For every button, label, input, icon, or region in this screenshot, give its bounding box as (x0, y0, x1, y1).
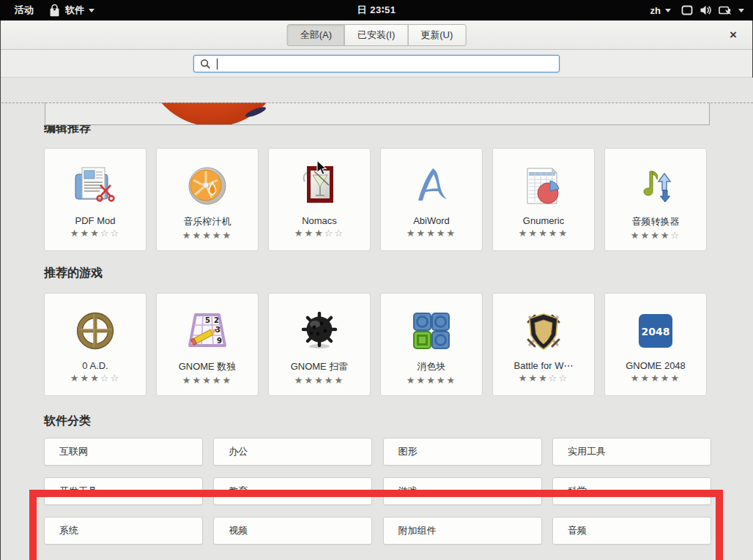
category-button[interactable]: 附加组件 (383, 517, 542, 545)
app-name: PDF Mod (75, 215, 116, 226)
keyboard-layout-button[interactable]: zh (646, 0, 675, 20)
app-tile[interactable]: 音频转换器 ★★★★☆ (604, 148, 707, 251)
tab-updates[interactable]: 更新(U) (407, 24, 466, 46)
scroll-divider (1, 102, 753, 103)
sound-juicer-app-icon (184, 163, 231, 209)
screen: 活动 软件 日 23∶51 zh (0, 0, 753, 560)
category-button[interactable]: 系统 (44, 517, 203, 545)
software-app-window: 全部(A) 已安装(I) 更新(U) × 编辑推荐 (0, 20, 753, 560)
app-name: 消色块 (418, 360, 446, 373)
app-name: 音频转换器 (632, 215, 680, 228)
app-name: GNOME 2048 (626, 360, 686, 371)
app-rating: ★★★★★ (182, 231, 232, 241)
app-rating: ★★★☆☆ (70, 373, 120, 384)
search-icon (200, 59, 211, 70)
app-tile[interactable]: 音乐榨汁机 ★★★★★ (156, 148, 259, 251)
chevron-down-icon (738, 9, 744, 12)
gnome-sudoku-app-icon: 5239 (184, 307, 231, 354)
zero-ad-app-icon (72, 307, 119, 354)
category-button[interactable]: 教育 (213, 477, 372, 505)
text-caret (217, 59, 218, 70)
banner-artwork (144, 102, 283, 125)
app-rating: ★★★★★ (631, 373, 680, 384)
svg-text:2: 2 (214, 316, 219, 324)
top-bar: 活动 软件 日 23∶51 zh (0, 0, 753, 20)
app-rating: ★★★★★ (519, 228, 568, 239)
category-button[interactable]: 科学 (552, 477, 711, 505)
category-button[interactable]: 办公 (213, 438, 372, 466)
section-title-categories: 软件分类 (44, 414, 91, 429)
app-rating: ★★★★★ (294, 376, 344, 386)
category-button[interactable]: 图形 (383, 438, 542, 466)
display-icon (681, 4, 693, 16)
category-grid: 互联网 办公 图形 实用工具 开发工具 教育 游戏 科学 系统 视频 附加组件 … (44, 438, 711, 545)
gnome-mines-app-icon (296, 307, 343, 354)
app-rating: ★★★☆☆ (70, 228, 120, 239)
volume-icon (700, 4, 712, 16)
app-tile[interactable]: 5239 GNOME 数独 ★★★★★ (156, 293, 259, 396)
tab-all[interactable]: 全部(A) (287, 24, 345, 46)
sound-converter-app-icon (632, 163, 679, 209)
app-rating: ★★★★☆ (631, 231, 680, 241)
app-tile[interactable]: AbiWord ★★★★★ (380, 148, 483, 251)
category-button[interactable]: 音频 (552, 517, 711, 545)
featured-banner[interactable] (45, 102, 710, 125)
svg-text:5: 5 (205, 316, 210, 324)
tab-installed[interactable]: 已安装(I) (344, 24, 408, 46)
clock-button[interactable]: 日 23∶51 (0, 4, 753, 17)
category-button[interactable]: 实用工具 (552, 438, 711, 466)
section-title-recommended-games: 推荐的游戏 (44, 266, 103, 281)
recommended-games-row: 0 A.D. ★★★☆☆ 5239 GNOME 数独 ★★★★★ (44, 293, 707, 396)
app-tile[interactable]: Gnumeric ★★★★★ (492, 148, 595, 251)
app-tile[interactable]: GNOME 扫雷 ★★★★★ (268, 293, 371, 396)
search-strip (1, 50, 752, 78)
app-tile[interactable]: PDF Mod ★★★☆☆ (44, 148, 146, 251)
app-tile[interactable]: 0 A.D. ★★★☆☆ (44, 293, 146, 396)
category-button[interactable]: 互联网 (44, 438, 203, 466)
app-tile[interactable]: 2048 GNOME 2048 ★★★★★ (604, 293, 707, 396)
app-name: Nomacs (302, 215, 337, 226)
app-rating: ★★★★★ (407, 376, 456, 386)
app-tile[interactable]: 消色块 ★★★★★ (380, 293, 483, 396)
search-input[interactable] (193, 55, 560, 72)
gnumeric-app-icon (520, 163, 567, 209)
pdf-mod-app-icon (72, 163, 119, 209)
app-name: AbiWord (413, 215, 450, 226)
app-rating: ★★★★★ (407, 228, 456, 239)
close-button[interactable]: × (724, 26, 742, 44)
wesnoth-app-icon (520, 307, 567, 354)
category-button[interactable]: 开发工具 (44, 477, 203, 505)
app-name: GNOME 扫雷 (291, 360, 349, 373)
system-status-button[interactable] (677, 0, 749, 20)
gnome-2048-app-icon: 2048 (632, 307, 679, 354)
content-area: 编辑推荐 PDF Mod ★★★☆☆ 音乐榨汁机 ★★★★★ (1, 78, 753, 560)
app-tile[interactable]: Battle for W⋯ ★★★☆☆ (492, 293, 595, 396)
app-name: Battle for W⋯ (514, 360, 574, 371)
svg-text:9: 9 (217, 337, 222, 345)
abiword-app-icon (408, 163, 455, 209)
app-rating: ★★★☆☆ (294, 228, 344, 239)
header-bar: 全部(A) 已安装(I) 更新(U) × (1, 20, 752, 50)
svg-text:2048: 2048 (642, 326, 670, 337)
category-button[interactable]: 游戏 (383, 477, 542, 505)
chevron-down-icon (665, 9, 671, 12)
app-name: 0 A.D. (82, 360, 108, 371)
keyboard-layout-label: zh (650, 5, 661, 16)
view-switcher: 全部(A) 已安装(I) 更新(U) (287, 24, 467, 46)
editors-picks-row: PDF Mod ★★★☆☆ 音乐榨汁机 ★★★★★ Nomacs ★★★☆☆ (44, 148, 707, 251)
app-name: Gnumeric (523, 215, 564, 226)
category-button[interactable]: 视频 (213, 517, 372, 545)
battery-charging-icon (719, 4, 732, 16)
nomacs-app-icon (296, 163, 343, 209)
app-rating: ★★★☆☆ (519, 373, 568, 384)
app-name: GNOME 数独 (179, 360, 237, 373)
app-tile[interactable]: Nomacs ★★★☆☆ (268, 148, 371, 251)
swell-foop-app-icon (408, 307, 455, 354)
app-name: 音乐榨汁机 (184, 215, 231, 228)
app-rating: ★★★★★ (182, 376, 232, 386)
